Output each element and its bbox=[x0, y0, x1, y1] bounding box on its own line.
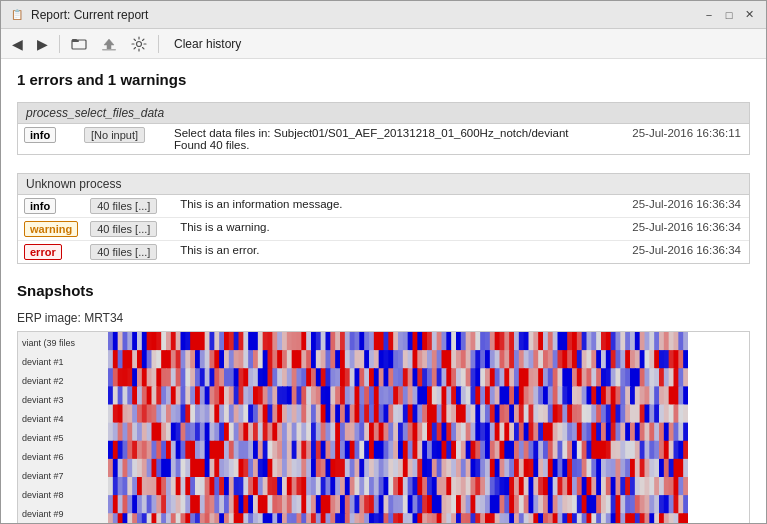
process-header-1: process_select_files_data bbox=[18, 103, 749, 124]
snapshots-title: Snapshots bbox=[17, 282, 750, 299]
timestamp-cell: 25-Jul-2016 16:36:11 bbox=[609, 124, 749, 154]
toolbar: ◀ ▶ Clear history bbox=[1, 29, 766, 59]
maximize-button[interactable]: □ bbox=[720, 6, 738, 24]
heatmap-row-label: deviant #2 bbox=[22, 372, 104, 390]
table-row: warning 40 files [...] This is a warning… bbox=[18, 218, 749, 241]
table-row: info 40 files [...] This is an informati… bbox=[18, 195, 749, 218]
svg-point-4 bbox=[137, 41, 142, 46]
heatmap-row-label: deviant #4 bbox=[22, 410, 104, 428]
forward-button[interactable]: ▶ bbox=[32, 33, 53, 55]
svg-rect-2 bbox=[72, 39, 77, 42]
heatmap-row-label: deviant #8 bbox=[22, 486, 104, 504]
error-badge: error bbox=[24, 244, 62, 260]
window-icon: 📋 bbox=[9, 7, 25, 23]
input-cell: [No input] bbox=[78, 124, 168, 154]
message-cell: Select data files in: Subject01/S01_AEF_… bbox=[168, 124, 609, 154]
process-header-2: Unknown process bbox=[18, 174, 749, 195]
info-badge: info bbox=[24, 127, 56, 143]
input-cell: 40 files [...] bbox=[84, 195, 174, 218]
toolbar-separator-2 bbox=[158, 35, 159, 53]
heatmap-row-label: deviant #5 bbox=[22, 429, 104, 447]
message-cell: This is an error. bbox=[174, 241, 609, 264]
timestamp-cell: 25-Jul-2016 16:36:34 bbox=[609, 218, 749, 241]
window-title: Report: Current report bbox=[31, 8, 148, 22]
summary-title: 1 errors and 1 warnings bbox=[17, 71, 750, 88]
input-tag: [No input] bbox=[84, 127, 145, 143]
close-button[interactable]: ✕ bbox=[740, 6, 758, 24]
heatmap-labels: viant (39 filesdeviant #1deviant #2devia… bbox=[18, 332, 108, 523]
window-controls: − □ ✕ bbox=[700, 6, 758, 24]
timestamp-cell: 25-Jul-2016 16:36:34 bbox=[609, 195, 749, 218]
warning-badge: warning bbox=[24, 221, 78, 237]
content-area: 1 errors and 1 warnings process_select_f… bbox=[1, 59, 766, 523]
minimize-button[interactable]: − bbox=[700, 6, 718, 24]
badge-cell: error bbox=[18, 241, 84, 264]
clear-history-button[interactable]: Clear history bbox=[165, 33, 250, 55]
heatmap-container: viant (39 filesdeviant #1deviant #2devia… bbox=[17, 331, 750, 523]
report-table-1: info [No input] Select data files in: Su… bbox=[18, 124, 749, 154]
timestamp-cell: 25-Jul-2016 16:36:34 bbox=[609, 241, 749, 264]
heatmap-row-label: viant (39 files bbox=[22, 334, 104, 352]
back-button[interactable]: ◀ bbox=[7, 33, 28, 55]
toolbar-separator-1 bbox=[59, 35, 60, 53]
input-tag: 40 files [...] bbox=[90, 198, 157, 214]
settings-button[interactable] bbox=[126, 33, 152, 55]
main-window: 📋 Report: Current report − □ ✕ ◀ ▶ bbox=[0, 0, 767, 524]
up-button[interactable] bbox=[96, 33, 122, 55]
table-row: info [No input] Select data files in: Su… bbox=[18, 124, 749, 154]
badge-cell: info bbox=[18, 195, 84, 218]
input-cell: 40 files [...] bbox=[84, 241, 174, 264]
heatmap-row-label: deviant #6 bbox=[22, 448, 104, 466]
info-badge: info bbox=[24, 198, 56, 214]
input-tag: 40 files [...] bbox=[90, 244, 157, 260]
table-row: error 40 files [...] This is an error. 2… bbox=[18, 241, 749, 264]
title-bar: 📋 Report: Current report − □ ✕ bbox=[1, 1, 766, 29]
open-button[interactable] bbox=[66, 33, 92, 55]
message-cell: This is a warning. bbox=[174, 218, 609, 241]
badge-cell: warning bbox=[18, 218, 84, 241]
heatmap-row-label: deviant #1 bbox=[22, 353, 104, 371]
title-bar-left: 📋 Report: Current report bbox=[9, 7, 148, 23]
badge-cell: info bbox=[18, 124, 78, 154]
message-cell: This is an information message. bbox=[174, 195, 609, 218]
heatmap-row-label: deviant #3 bbox=[22, 391, 104, 409]
heatmap-row-label: deviant #9 bbox=[22, 505, 104, 523]
input-tag: 40 files [...] bbox=[90, 221, 157, 237]
report-group-1: process_select_files_data info [No input… bbox=[17, 102, 750, 155]
svg-rect-3 bbox=[102, 49, 116, 51]
report-table-2: info 40 files [...] This is an informati… bbox=[18, 195, 749, 263]
erp-image-label: ERP image: MRT34 bbox=[17, 311, 750, 325]
heatmap-row-label: deviant #7 bbox=[22, 467, 104, 485]
report-group-2: Unknown process info 40 files [...] This… bbox=[17, 173, 750, 264]
input-cell: 40 files [...] bbox=[84, 218, 174, 241]
heatmap-canvas-area bbox=[108, 332, 749, 523]
